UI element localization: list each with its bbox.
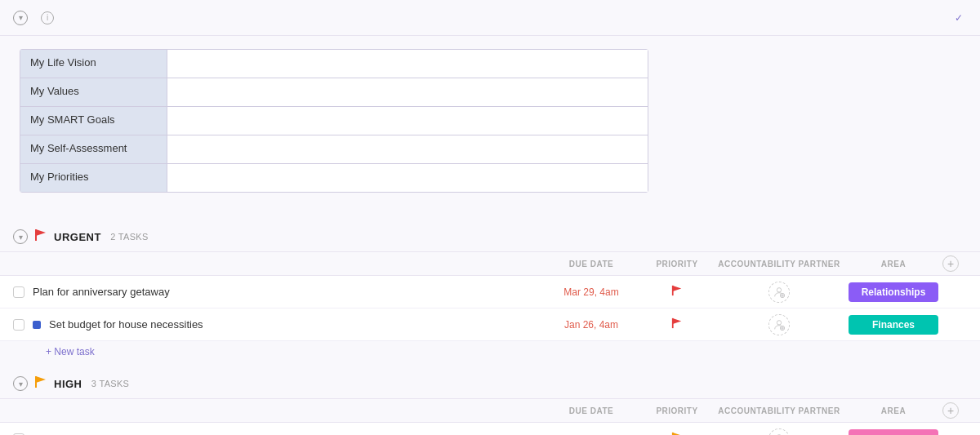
task-name-cell: Set budget for house necessities — [49, 318, 542, 331]
task-name-cell: Plan for anniversary getaway — [33, 286, 542, 298]
svg-marker-2 — [673, 286, 682, 291]
group-collapse-urgent[interactable]: ▾ — [13, 229, 28, 244]
task-groups-container: ▾ URGENT 2 TASKS DUE DATE PRIORITY ACCOU… — [0, 222, 980, 435]
life-plan-value[interactable] — [167, 107, 648, 135]
area-badge[interactable]: Relationships — [849, 282, 938, 302]
task-checkbox[interactable] — [13, 319, 24, 331]
group-collapse-high[interactable]: ▾ — [13, 376, 28, 391]
svg-marker-14 — [36, 376, 46, 383]
task-area: Relationships — [844, 282, 942, 302]
task-name-text: Set budget for house necessities — [49, 318, 203, 331]
task-priority-flag — [640, 317, 714, 331]
life-plan-label: My Self-Assessment — [20, 135, 167, 163]
col-priority-urgent: PRIORITY — [640, 260, 714, 269]
svg-marker-8 — [673, 318, 682, 324]
life-plan-section: My Life Vision My Values My SMART Goals … — [0, 36, 980, 206]
col-headers-urgent: DUE DATE PRIORITY ACCOUNTABILITY PARTNER… — [0, 251, 980, 276]
group-add-icon-high[interactable]: + — [942, 402, 959, 419]
task-color-dot — [33, 321, 41, 329]
task-group-urgent: ▾ URGENT 2 TASKS DUE DATE PRIORITY ACCOU… — [0, 222, 980, 369]
svg-marker-0 — [36, 229, 46, 236]
task-area: Finances — [844, 315, 942, 335]
group-flag-high — [34, 375, 47, 392]
task-priority-flag — [640, 285, 714, 299]
task-accountability — [714, 428, 844, 436]
collapse-project-icon[interactable]: ▾ — [13, 11, 28, 25]
task-checkbox[interactable] — [13, 286, 24, 298]
col-due-date-urgent: DUE DATE — [542, 260, 640, 269]
life-plan-row: My Priorities — [20, 164, 648, 192]
task-accountability — [714, 282, 844, 303]
col-area-urgent: AREA — [844, 260, 942, 269]
life-plan-label: My Priorities — [20, 164, 167, 192]
hide-closed-button[interactable]: ✓ — [955, 12, 967, 24]
col-area-high: AREA — [844, 406, 942, 415]
group-add-icon-urgent[interactable]: + — [942, 255, 959, 272]
task-name-text: Plan for anniversary getaway — [33, 286, 170, 298]
svg-point-10 — [777, 320, 781, 324]
group-header-high: ▾ HIGH 3 TASKS — [0, 369, 980, 398]
task-row[interactable]: Plan for anniversary getaway Mar 29, 4am — [0, 276, 980, 308]
col-due-date-high: DUE DATE — [542, 406, 640, 415]
area-badge[interactable]: Health — [849, 429, 938, 436]
avatar-placeholder[interactable] — [768, 428, 790, 436]
life-plan-value[interactable] — [167, 50, 648, 78]
task-due-date: Jan 26, 4am — [542, 319, 640, 331]
avatar-placeholder[interactable] — [768, 282, 790, 303]
avatar-placeholder[interactable] — [768, 314, 790, 335]
svg-point-4 — [777, 287, 781, 291]
page-header: ▾ i ✓ — [0, 0, 980, 36]
life-plan-label: My SMART Goals — [20, 107, 167, 135]
life-plan-label: My Life Vision — [20, 50, 167, 78]
group-count-high: 3 TASKS — [89, 379, 130, 388]
col-priority-high: PRIORITY — [640, 406, 714, 415]
info-icon[interactable]: i — [41, 11, 54, 24]
task-group-high: ▾ HIGH 3 TASKS DUE DATE PRIORITY ACCOUNT… — [0, 369, 980, 435]
group-flag-urgent — [34, 229, 47, 245]
task-due-date: Mar 29, 4am — [542, 286, 640, 298]
check-icon: ✓ — [955, 12, 963, 24]
life-plan-value[interactable] — [167, 164, 648, 192]
task-row[interactable]: Set budget for house necessities Jan 26,… — [0, 308, 980, 341]
life-plan-row: My SMART Goals — [20, 107, 648, 135]
life-plan-row: My Self-Assessment — [20, 135, 648, 164]
col-accountability-high: ACCOUNTABILITY PARTNER — [714, 406, 844, 415]
group-count-urgent: 2 TASKS — [108, 232, 149, 242]
new-task-row[interactable]: + New task — [0, 341, 980, 362]
task-accountability — [714, 314, 844, 335]
task-priority-flag — [640, 432, 714, 435]
life-plan-row: My Values — [20, 78, 648, 107]
col-accountability-urgent: ACCOUNTABILITY PARTNER — [714, 260, 844, 269]
group-header-urgent: ▾ URGENT 2 TASKS — [0, 222, 980, 251]
header-left: ▾ i — [13, 11, 60, 25]
life-plan-value[interactable] — [167, 78, 648, 106]
col-headers-high: DUE DATE PRIORITY ACCOUNTABILITY PARTNER… — [0, 398, 980, 423]
task-row[interactable]: ↻ Take 10,000 steps per day Jan 14, 4am — [0, 423, 980, 435]
life-plan-row: My Life Vision — [20, 50, 648, 78]
area-badge[interactable]: Finances — [849, 315, 938, 335]
life-plan-value[interactable] — [167, 135, 648, 163]
group-name-urgent: URGENT — [54, 231, 101, 243]
group-name-high: HIGH — [54, 378, 82, 390]
life-plan-table: My Life Vision My Values My SMART Goals … — [20, 49, 648, 193]
task-area: Health — [844, 429, 942, 436]
life-plan-label: My Values — [20, 78, 167, 106]
